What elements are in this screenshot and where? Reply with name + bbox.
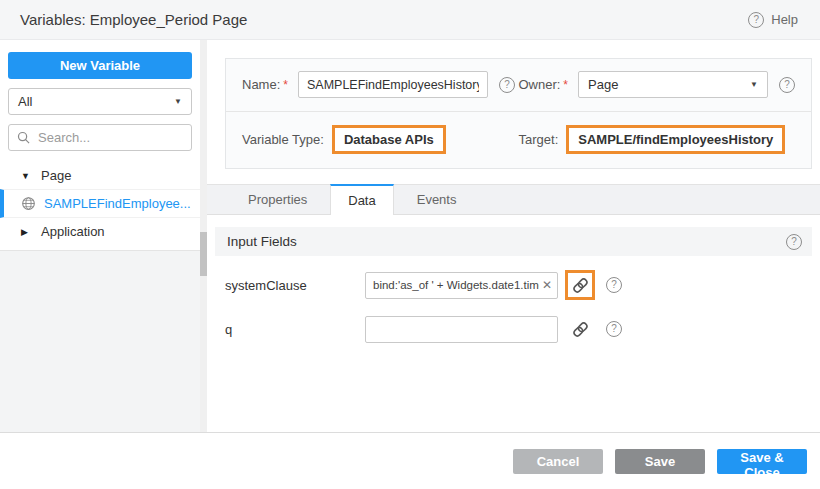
new-variable-button[interactable]: New Variable xyxy=(8,52,192,79)
filter-selected-value: All xyxy=(18,94,32,109)
tab-events[interactable]: Events xyxy=(394,185,480,214)
q-bind-link-icon[interactable] xyxy=(572,321,589,338)
input-fields-help-icon[interactable]: ? xyxy=(786,234,802,250)
owner-selected-value: Page xyxy=(588,77,618,92)
tree-node-application-label: Application xyxy=(41,224,105,239)
q-label: q xyxy=(225,322,365,337)
help-link[interactable]: ? Help xyxy=(748,12,798,28)
help-icon: ? xyxy=(748,12,764,28)
owner-select[interactable]: Page ▼ xyxy=(578,71,768,98)
variable-type-value-highlighted: Database APIs xyxy=(332,125,446,154)
chevron-collapsed-icon: ▶ xyxy=(21,227,30,237)
q-help-icon[interactable]: ? xyxy=(606,321,622,337)
tree-node-application[interactable]: ▶ Application xyxy=(0,218,200,245)
service-variable-icon xyxy=(21,196,36,211)
systemclause-input[interactable]: bind:'as_of ' + Widgets.date1.timestam ✕ xyxy=(365,272,558,299)
owner-required-marker: * xyxy=(563,78,568,92)
variable-filter-select[interactable]: All ▼ xyxy=(8,88,192,115)
variable-summary-panel: Name: * ? Owner: * Page ▼ ? xyxy=(225,58,812,169)
input-fields-title: Input Fields xyxy=(227,234,297,249)
systemclause-value: bind:'as_of ' + Widgets.date1.timestam xyxy=(373,279,539,291)
tree-node-page-label: Page xyxy=(41,168,71,183)
variables-dialog: Variables: Employee_Period Page ? Help N… xyxy=(0,0,820,489)
sidebar: New Variable All ▼ ▼ Page xyxy=(0,40,200,432)
input-fields-header: Input Fields ? xyxy=(215,227,812,256)
panel-divider xyxy=(226,111,811,112)
scrollbar-thumb[interactable] xyxy=(200,232,207,276)
q-input[interactable] xyxy=(365,316,558,343)
search-icon xyxy=(17,131,30,144)
systemclause-bind-button-highlighted xyxy=(565,270,595,300)
bind-link-icon[interactable] xyxy=(572,277,589,294)
tab-bar: Properties Data Events xyxy=(207,184,820,215)
tree-node-selected-label: SAMPLEFindEmployee... xyxy=(44,196,191,211)
header: Variables: Employee_Period Page ? Help xyxy=(0,0,820,40)
owner-label: Owner: xyxy=(518,77,560,92)
owner-caret-down-icon: ▼ xyxy=(750,80,758,89)
search-input[interactable] xyxy=(36,129,183,146)
sidebar-scrollbar xyxy=(200,40,207,432)
clear-binding-icon[interactable]: ✕ xyxy=(542,278,552,292)
chevron-expanded-icon: ▼ xyxy=(21,171,30,181)
field-row-q: q ? xyxy=(207,314,820,344)
body: New Variable All ▼ ▼ Page xyxy=(0,40,820,432)
name-help-icon[interactable]: ? xyxy=(499,77,515,93)
caret-down-icon: ▼ xyxy=(174,97,182,106)
page-title: Variables: Employee_Period Page xyxy=(20,11,247,28)
sidebar-empty-area xyxy=(0,251,200,432)
q-bind-button xyxy=(565,314,595,344)
save-and-close-button[interactable]: Save & Close xyxy=(717,449,807,474)
tab-data[interactable]: Data xyxy=(330,184,393,215)
tree-node-selected-variable[interactable]: SAMPLEFindEmployee... xyxy=(0,189,200,218)
main-panel: Name: * ? Owner: * Page ▼ ? xyxy=(207,40,820,432)
save-button[interactable]: Save xyxy=(615,449,705,474)
systemclause-help-icon[interactable]: ? xyxy=(606,277,622,293)
footer: Cancel Save Save & Close xyxy=(0,432,820,489)
tab-properties[interactable]: Properties xyxy=(225,185,330,214)
variable-type-label: Variable Type: xyxy=(242,132,324,147)
cancel-button[interactable]: Cancel xyxy=(513,449,603,474)
name-input[interactable] xyxy=(298,71,488,98)
target-label: Target: xyxy=(519,132,559,147)
name-label: Name: xyxy=(242,77,280,92)
name-required-marker: * xyxy=(283,78,288,92)
help-label: Help xyxy=(771,12,798,27)
target-value-highlighted: SAMPLE/findEmployeesHistory xyxy=(566,125,785,154)
owner-help-icon[interactable]: ? xyxy=(779,77,795,93)
search-box xyxy=(8,124,192,151)
tree-node-page[interactable]: ▼ Page xyxy=(0,162,200,189)
field-row-systemclause: systemClause bind:'as_of ' + Widgets.dat… xyxy=(207,270,820,300)
systemclause-label: systemClause xyxy=(225,278,365,293)
